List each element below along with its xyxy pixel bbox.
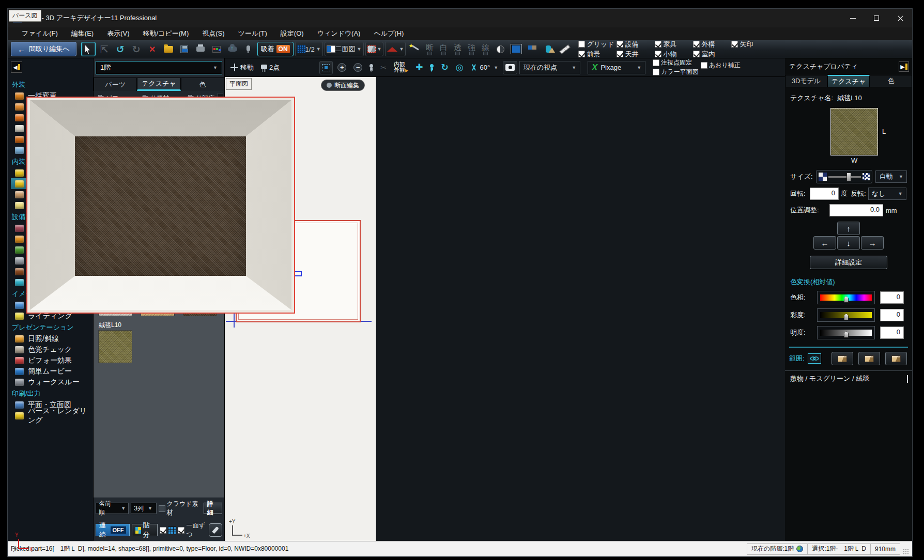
plan-view-tab[interactable]: 平面図 — [226, 78, 252, 90]
floor-select-dropdown[interactable]: 1階 ▼ — [96, 61, 222, 74]
menu-help[interactable]: ヘルプ(H) — [367, 28, 410, 39]
snap-toggle-button[interactable]: 吸着 ON — [257, 42, 294, 56]
toggle-interior[interactable]: 室内 — [693, 50, 730, 59]
viewpoint-dropdown[interactable]: 現在の視点▼ — [519, 61, 580, 74]
toggle-furniture[interactable]: 家具 — [655, 40, 692, 49]
primitive-shapes-button[interactable] — [541, 42, 556, 56]
multi-select-tool-button[interactable]: ⇱ — [97, 42, 112, 56]
transparent-toggle[interactable]: 透 — [451, 43, 464, 55]
link-range-button[interactable] — [808, 353, 821, 364]
walk-mode-button[interactable] — [367, 61, 376, 74]
menu-tools[interactable]: ツール(T) — [232, 28, 274, 39]
redo-button[interactable]: ↻ — [129, 42, 144, 56]
apply-all-button[interactable] — [885, 352, 907, 365]
carpet-thumbnail[interactable] — [99, 331, 132, 363]
toggle-arrow[interactable]: 矢印 — [731, 40, 768, 49]
cloud-material-checkbox[interactable]: クラウド素材 — [159, 500, 202, 517]
sidebar-item-before-effect[interactable]: ビフォー効果 — [11, 355, 93, 366]
sidebar-item-color-check[interactable]: 色覚チェック — [11, 344, 93, 355]
resize-grip[interactable] — [903, 549, 909, 555]
rotate-input[interactable]: 0 — [810, 188, 839, 200]
texture-preview[interactable] — [830, 108, 878, 155]
fov-dropdown[interactable]: 60°▼ — [468, 61, 501, 74]
toggle-ceiling[interactable]: 天井 — [617, 50, 654, 59]
offset-input[interactable]: 0.0 — [829, 204, 883, 216]
sidebar-item-sunlight[interactable]: 日照/斜線 — [11, 333, 93, 344]
menu-settings[interactable]: 設定(O) — [274, 28, 311, 39]
move-view-button[interactable]: 移動 — [228, 61, 256, 74]
continuous-toggle-button[interactable]: 連続OFF — [96, 524, 130, 536]
toggle-exterior[interactable]: 外構 — [693, 40, 730, 49]
tab-color[interactable]: 色 — [181, 77, 224, 91]
hue-input[interactable]: 0 — [880, 291, 904, 304]
detail-button[interactable]: 詳細 — [204, 503, 222, 514]
tab-3d-model[interactable]: 3Dモデル — [785, 75, 827, 87]
grid-scale-dropdown[interactable]: 1/2 ▼ — [295, 42, 323, 56]
size-mode-dropdown[interactable]: 自動▼ — [875, 170, 907, 183]
print-button[interactable] — [193, 42, 208, 56]
columns-dropdown[interactable]: 3列▼ — [131, 503, 156, 514]
white-model-toggle[interactable]: 白 — [437, 43, 450, 55]
walk-person-button[interactable] — [427, 61, 436, 74]
toggle-accessories[interactable]: 小物 — [655, 50, 692, 59]
open-button[interactable] — [161, 42, 176, 56]
solid-display-dropdown[interactable]: ▼ — [365, 42, 384, 56]
hue-slider[interactable] — [817, 291, 875, 304]
menu-file[interactable]: ファイル(F) — [15, 28, 65, 39]
roof-display-dropdown[interactable]: ▼ — [385, 42, 406, 56]
menu-window[interactable]: ウィンドウ(A) — [311, 28, 367, 39]
sidebar-item-pers-rendering[interactable]: パース・レンダリング — [11, 410, 93, 421]
close-button[interactable] — [888, 9, 912, 27]
cloud-upload-button[interactable] — [225, 42, 240, 56]
interior-exterior-toggle[interactable]: 内観外観▶ — [391, 61, 411, 74]
toggle-equipment[interactable]: 設備 — [617, 40, 654, 49]
texture-swatch[interactable]: 絨毯L10 — [99, 321, 134, 363]
voice-button[interactable] — [241, 42, 256, 56]
save-button[interactable] — [177, 42, 192, 56]
effect-wand-button[interactable] — [407, 42, 422, 56]
minimize-button[interactable] — [841, 9, 865, 27]
tab-texture-props[interactable]: テクスチャ — [827, 75, 870, 87]
fix-gaze-checkbox[interactable]: 注視点固定 — [653, 58, 699, 67]
carpet-floor[interactable] — [75, 136, 246, 276]
brightness-slider[interactable] — [817, 326, 875, 339]
grid-paste-checkbox[interactable] — [160, 526, 176, 534]
sidebar-item-easy-movie[interactable]: 簡単ムービー — [11, 366, 93, 377]
menu-view[interactable]: 表示(V) — [100, 28, 136, 39]
menu-viewpoint[interactable]: 視点(S) — [195, 28, 231, 39]
color-plan-checkbox[interactable]: カラー平面図 — [653, 68, 699, 76]
presentation-button[interactable] — [209, 42, 224, 56]
fit-view-button[interactable] — [319, 61, 333, 74]
menu-edit[interactable]: 編集(E) — [65, 28, 100, 39]
measure-button[interactable] — [557, 42, 573, 56]
emphasis-toggle[interactable]: 強 — [465, 43, 478, 55]
menu-move-copy[interactable]: 移動/コピー(M) — [136, 28, 196, 39]
layout-compare-button[interactable] — [525, 42, 540, 56]
brightness-button[interactable] — [493, 42, 507, 56]
delete-button[interactable]: × — [145, 42, 160, 56]
back-to-floorplan-button[interactable]: ← 間取り編集へ — [11, 42, 76, 56]
tab-parts[interactable]: パーツ — [94, 77, 137, 91]
apply-room-button[interactable] — [831, 352, 853, 365]
pers-view-tab[interactable]: パース図 — [9, 10, 41, 22]
apply-floor-button[interactable] — [858, 352, 880, 365]
panel-collapse-button[interactable]: ▶ — [899, 61, 909, 72]
brightness-input[interactable]: 0 — [880, 326, 904, 339]
tab-texture[interactable]: テクスチャ — [137, 77, 180, 91]
edit-tools-button[interactable]: ✂ — [378, 61, 389, 74]
slider-handle[interactable] — [846, 173, 851, 181]
zoom-out-button[interactable]: − — [351, 61, 365, 74]
detail-settings-button[interactable]: 詳細設定 — [810, 256, 887, 269]
rotate-view-button[interactable]: ↻ — [438, 61, 451, 74]
zoom-in-button[interactable]: + — [335, 61, 349, 74]
pan-button[interactable]: ✚ — [413, 61, 425, 74]
toggle-grid[interactable]: グリッド — [578, 40, 615, 49]
shift-down-button[interactable]: ↓ — [837, 236, 860, 250]
sidebar-item-walkthrough[interactable]: ウォークスルー — [11, 377, 93, 387]
maximize-button[interactable] — [865, 9, 888, 27]
size-slider[interactable] — [816, 170, 872, 183]
two-point-button[interactable]: 2点 — [258, 61, 282, 74]
tab-color-props[interactable]: 色 — [870, 75, 912, 87]
one-face-checkbox[interactable]: 一面ずつ — [178, 521, 206, 539]
shift-up-button[interactable]: ↑ — [837, 222, 860, 235]
